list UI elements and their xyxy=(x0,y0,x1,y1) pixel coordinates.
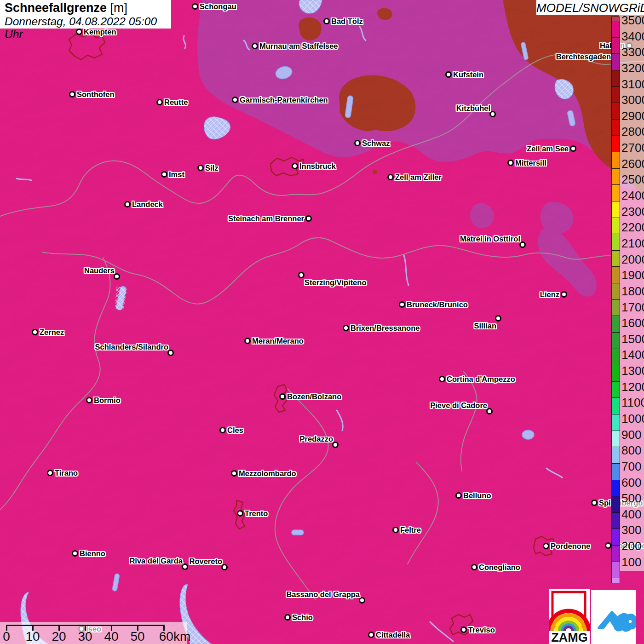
city-dot xyxy=(219,427,226,433)
scalebar-label: 10 xyxy=(25,629,40,644)
city-label: Mezzolombardo xyxy=(239,470,296,477)
colorbar-segment xyxy=(612,201,620,218)
colorbar-tick-label: 2700 xyxy=(621,142,644,154)
colorbar-segment xyxy=(612,17,620,21)
scalebar-label: 50 xyxy=(130,629,144,644)
city-dot xyxy=(343,325,349,331)
colorbar-segment xyxy=(612,463,620,480)
city-label: Feltre xyxy=(400,526,421,534)
colorbar-tick-label: 2200 xyxy=(621,221,644,233)
city-dot xyxy=(323,18,330,24)
city-dot xyxy=(368,632,374,638)
city-label: Steinach am Brenner xyxy=(228,215,304,223)
colorbar-segment xyxy=(612,332,620,349)
colorbar-tick-label: 800 xyxy=(621,444,641,456)
city-label: Trento xyxy=(245,510,268,518)
city-dot xyxy=(354,140,361,146)
colorbar-tick-label: 3300 xyxy=(621,46,644,58)
city-label: Berchtesgaden xyxy=(556,53,611,61)
colorbar-segment xyxy=(612,431,620,447)
colorbar-tick-label: 2900 xyxy=(621,110,644,122)
city-label: Predazzo xyxy=(300,435,333,443)
colorbar-segment xyxy=(612,70,620,86)
colorbar-tick-label: 3200 xyxy=(621,62,644,74)
colorbar-tick-label: 300 xyxy=(621,524,641,536)
city-label: Zell am See xyxy=(527,145,569,153)
colorbar-segment xyxy=(612,21,620,37)
city-dot xyxy=(489,111,496,117)
city-dot xyxy=(561,291,567,298)
scalebar-label: 0 xyxy=(3,629,10,644)
colorbar-segment xyxy=(612,152,620,168)
colorbar-segment xyxy=(612,397,620,414)
city-label: Nauders xyxy=(84,267,115,275)
city-label: Schio xyxy=(292,614,313,621)
title-box: Schneefallgrenze [m] Donnerstag, 04.08.2… xyxy=(0,0,171,29)
city-label: Treviso xyxy=(468,626,495,634)
colorbar-segment xyxy=(612,218,620,234)
zamg-logo-text: ZAMG xyxy=(551,631,587,644)
city-label: Schwaz xyxy=(362,139,390,147)
city-label: Belluno xyxy=(463,492,491,500)
city-layer: SchongauBad TölzKemptenMurnau am Staffel… xyxy=(0,0,644,644)
colorbar-segment xyxy=(612,349,620,365)
colorbar-segment xyxy=(612,316,620,332)
city-label: Matrei in Osttirol xyxy=(460,235,520,243)
city-label: Kitzbühel xyxy=(456,104,490,112)
city-label: Cortina d'Ampezzo xyxy=(447,375,515,383)
colorbar-tick-label: 600 xyxy=(621,477,641,489)
scalebar-label: 40 xyxy=(104,629,118,644)
city-label: Cittadella xyxy=(376,631,410,639)
city-dot xyxy=(519,242,526,248)
map-title-name: Schneefallgrenze xyxy=(5,1,107,15)
city-dot xyxy=(305,215,312,222)
colorbar-tick-label: 1500 xyxy=(621,333,644,345)
colorbar-tick-label: 1600 xyxy=(621,317,644,329)
colorbar-tick-label: 3400 xyxy=(621,30,644,42)
city-dot xyxy=(231,470,237,477)
city-label: Tirano xyxy=(55,469,78,477)
city-label: Brixen/Bressanone xyxy=(351,324,420,332)
colorbar-segment xyxy=(612,299,620,316)
colorbar-tick-label: 2500 xyxy=(621,173,644,185)
city-dot xyxy=(167,350,174,356)
model-box: MODEL/SNOWGRiD xyxy=(536,0,644,15)
city-dot xyxy=(192,3,198,10)
colorbar-segment xyxy=(612,53,620,70)
city-dot xyxy=(279,393,286,400)
city-label: Sonthofen xyxy=(77,91,115,98)
colorbar-segment xyxy=(612,103,620,119)
city-label: Innsbruck xyxy=(299,162,336,170)
scalebar-label: 60km xyxy=(159,629,190,644)
city-dot xyxy=(605,542,611,549)
colorbar-tick-label: 2800 xyxy=(621,126,644,138)
city-dot xyxy=(445,71,452,78)
city-label: Riva del Garda xyxy=(129,557,183,565)
city-label: Zell am Ziller xyxy=(395,173,442,181)
city-dot xyxy=(244,338,251,344)
zamg-logo: ZAMG xyxy=(549,589,590,644)
colorbar-segment xyxy=(612,480,620,496)
city-dot xyxy=(332,442,339,448)
colorbar-segment xyxy=(612,184,620,201)
city-dot xyxy=(237,510,243,517)
city-dot xyxy=(359,597,365,604)
city-label: Imst xyxy=(169,171,184,178)
colorbar-segment xyxy=(612,562,620,578)
city-label: Lienz xyxy=(540,291,559,299)
colorbar-segment xyxy=(612,529,620,545)
colorbar-segment xyxy=(612,381,620,398)
colorbar-bar xyxy=(611,17,620,583)
city-dot xyxy=(591,500,598,506)
city-dot xyxy=(124,201,131,207)
colorbar-tick-label: 2600 xyxy=(621,158,644,170)
city-dot xyxy=(570,145,576,152)
colorbar-tick-label: 900 xyxy=(621,429,641,441)
city-dot xyxy=(69,91,75,98)
colorbar-segment xyxy=(612,119,620,136)
colorbar-segment xyxy=(612,447,620,463)
city-label: Bienno xyxy=(80,550,105,558)
city-label: Murnau am Staffelsee xyxy=(259,42,338,50)
city-label: Silz xyxy=(205,164,218,172)
city-dot xyxy=(486,408,493,414)
